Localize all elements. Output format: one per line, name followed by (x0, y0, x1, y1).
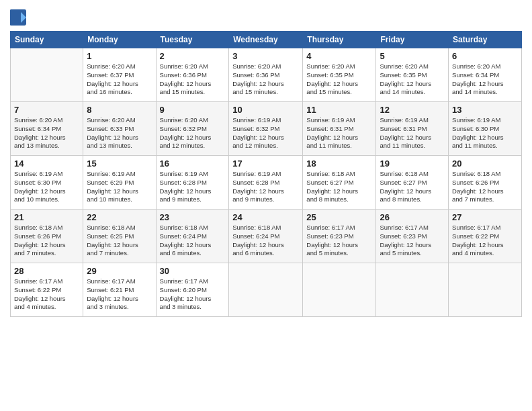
day-info: Sunrise: 6:18 AMSunset: 6:27 PMDaylight:… (380, 170, 445, 204)
day-info: Sunrise: 6:18 AMSunset: 6:26 PMDaylight:… (14, 224, 79, 258)
day-number: 9 (160, 105, 226, 115)
day-number: 18 (306, 158, 372, 169)
day-info: Sunrise: 6:17 AMSunset: 6:22 PMDaylight:… (14, 277, 79, 312)
daylight-text: Daylight: 12 hours (160, 187, 226, 196)
calendar-cell: 11Sunrise: 6:19 AMSunset: 6:31 PMDayligh… (303, 102, 376, 156)
day-info: Sunrise: 6:20 AMSunset: 6:34 PMDaylight:… (14, 116, 79, 150)
week-row: 21Sunrise: 6:18 AMSunset: 6:26 PMDayligh… (11, 210, 522, 263)
daylight-text: and 7 minutes. (452, 195, 518, 204)
daylight-text: and 11 minutes. (306, 142, 372, 150)
calendar-cell: 26Sunrise: 6:17 AMSunset: 6:23 PMDayligh… (376, 210, 449, 263)
daylight-text: Daylight: 12 hours (380, 241, 445, 250)
daylight-text: and 6 minutes. (160, 249, 226, 258)
sunrise-text: Sunrise: 6:17 AM (87, 277, 152, 286)
day-info: Sunrise: 6:19 AMSunset: 6:28 PMDaylight:… (232, 170, 299, 204)
daylight-text: Daylight: 12 hours (14, 134, 79, 142)
daylight-text: Daylight: 12 hours (160, 80, 226, 89)
day-number: 6 (452, 51, 518, 61)
week-row: 28Sunrise: 6:17 AMSunset: 6:22 PMDayligh… (11, 263, 522, 317)
day-number: 17 (232, 158, 299, 169)
day-number: 1 (87, 51, 152, 61)
sunrise-text: Sunrise: 6:20 AM (160, 62, 226, 71)
sunrise-text: Sunrise: 6:17 AM (452, 224, 518, 232)
day-number: 8 (87, 105, 152, 115)
logo-icon (10, 9, 26, 26)
sunrise-text: Sunrise: 6:19 AM (14, 170, 79, 179)
sunrise-text: Sunrise: 6:18 AM (87, 224, 152, 232)
calendar-cell: 7Sunrise: 6:20 AMSunset: 6:34 PMDaylight… (11, 102, 83, 156)
daylight-text: and 15 minutes. (160, 88, 226, 97)
calendar-cell: 25Sunrise: 6:17 AMSunset: 6:23 PMDayligh… (303, 210, 376, 263)
daylight-text: and 5 minutes. (306, 249, 372, 258)
sunset-text: Sunset: 6:30 PM (452, 125, 518, 134)
sunset-text: Sunset: 6:36 PM (232, 71, 299, 80)
sunrise-text: Sunrise: 6:17 AM (160, 277, 226, 286)
daylight-text: Daylight: 12 hours (87, 295, 152, 304)
sunset-text: Sunset: 6:21 PM (87, 286, 152, 295)
day-number: 30 (160, 266, 226, 276)
sunrise-text: Sunrise: 6:18 AM (160, 224, 226, 232)
calendar-cell (303, 263, 376, 317)
header (10, 7, 522, 26)
daylight-text: Daylight: 12 hours (87, 241, 152, 250)
calendar-cell: 12Sunrise: 6:19 AMSunset: 6:31 PMDayligh… (376, 102, 449, 156)
day-info: Sunrise: 6:17 AMSunset: 6:23 PMDaylight:… (380, 224, 445, 258)
day-number: 27 (452, 212, 518, 222)
day-number: 2 (160, 51, 226, 61)
sunrise-text: Sunrise: 6:20 AM (87, 62, 152, 71)
sunset-text: Sunset: 6:31 PM (380, 125, 445, 134)
daylight-text: Daylight: 12 hours (14, 295, 79, 304)
daylight-text: Daylight: 12 hours (160, 241, 226, 250)
daylight-text: Daylight: 12 hours (452, 134, 518, 142)
day-number: 13 (452, 105, 518, 115)
sunset-text: Sunset: 6:22 PM (14, 286, 79, 295)
daylight-text: and 10 minutes. (14, 195, 79, 204)
day-info: Sunrise: 6:20 AMSunset: 6:33 PMDaylight:… (87, 116, 152, 150)
daylight-text: and 8 minutes. (380, 195, 445, 204)
daylight-text: Daylight: 12 hours (14, 241, 79, 250)
sunrise-text: Sunrise: 6:18 AM (14, 224, 79, 232)
daylight-text: Daylight: 12 hours (232, 80, 299, 89)
svg-rect-2 (10, 9, 21, 26)
sunset-text: Sunset: 6:23 PM (380, 232, 445, 241)
calendar-cell: 23Sunrise: 6:18 AMSunset: 6:24 PMDayligh… (156, 210, 229, 263)
calendar-cell: 20Sunrise: 6:18 AMSunset: 6:26 PMDayligh… (449, 156, 522, 210)
day-info: Sunrise: 6:19 AMSunset: 6:31 PMDaylight:… (306, 116, 372, 150)
calendar-cell: 15Sunrise: 6:19 AMSunset: 6:29 PMDayligh… (83, 156, 156, 210)
daylight-text: Daylight: 12 hours (160, 295, 226, 304)
sunrise-text: Sunrise: 6:19 AM (452, 116, 518, 125)
sunset-text: Sunset: 6:28 PM (232, 179, 299, 187)
day-info: Sunrise: 6:19 AMSunset: 6:31 PMDaylight:… (380, 116, 445, 150)
calendar-cell: 21Sunrise: 6:18 AMSunset: 6:26 PMDayligh… (11, 210, 83, 263)
sunrise-text: Sunrise: 6:19 AM (232, 170, 299, 179)
sunrise-text: Sunrise: 6:19 AM (87, 170, 152, 179)
day-number: 20 (452, 158, 518, 169)
calendar-cell: 17Sunrise: 6:19 AMSunset: 6:28 PMDayligh… (229, 156, 303, 210)
daylight-text: and 11 minutes. (380, 142, 445, 150)
header-row: SundayMondayTuesdayWednesdayThursdayFrid… (11, 32, 522, 48)
daylight-text: Daylight: 12 hours (380, 80, 445, 89)
daylight-text: and 8 minutes. (306, 195, 372, 204)
calendar-cell: 30Sunrise: 6:17 AMSunset: 6:20 PMDayligh… (156, 263, 229, 317)
daylight-text: and 15 minutes. (306, 88, 372, 97)
sunset-text: Sunset: 6:28 PM (160, 179, 226, 187)
sunset-text: Sunset: 6:34 PM (452, 71, 518, 80)
day-info: Sunrise: 6:18 AMSunset: 6:26 PMDaylight:… (452, 170, 518, 204)
day-number: 10 (232, 105, 299, 115)
daylight-text: and 3 minutes. (87, 303, 152, 312)
day-number: 29 (87, 266, 152, 276)
daylight-text: and 3 minutes. (160, 303, 226, 312)
daylight-text: and 14 minutes. (380, 88, 445, 97)
daylight-text: and 13 minutes. (87, 142, 152, 150)
sunset-text: Sunset: 6:35 PM (380, 71, 445, 80)
day-info: Sunrise: 6:19 AMSunset: 6:32 PMDaylight:… (232, 116, 299, 150)
sunset-text: Sunset: 6:25 PM (87, 232, 152, 241)
day-number: 12 (380, 105, 445, 115)
calendar-cell (449, 263, 522, 317)
calendar-cell: 4Sunrise: 6:20 AMSunset: 6:35 PMDaylight… (303, 48, 376, 102)
sunrise-text: Sunrise: 6:19 AM (232, 116, 299, 125)
col-header-monday: Monday (83, 32, 156, 48)
sunset-text: Sunset: 6:34 PM (14, 125, 79, 134)
sunset-text: Sunset: 6:35 PM (306, 71, 372, 80)
page-container: SundayMondayTuesdayWednesdayThursdayFrid… (0, 0, 532, 411)
